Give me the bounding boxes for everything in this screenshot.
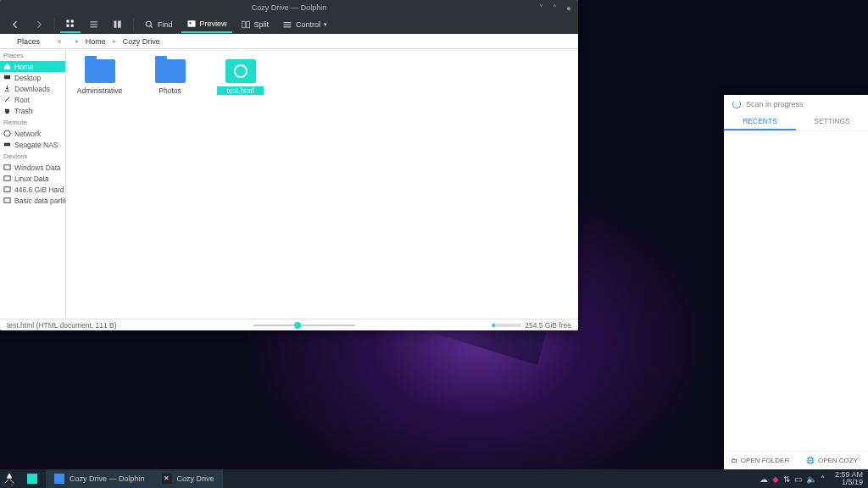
cloud-icon[interactable]: ☁ xyxy=(760,474,768,484)
status-info: test.html (HTML document, 111 B) xyxy=(7,321,117,330)
svg-rect-6 xyxy=(91,26,97,27)
find-button[interactable]: Find xyxy=(139,16,178,33)
back-button[interactable] xyxy=(5,16,25,33)
svg-rect-7 xyxy=(114,21,117,28)
sidebar-item-root[interactable]: Root xyxy=(0,94,65,105)
svg-point-18 xyxy=(4,130,10,136)
control-button[interactable]: Control ▾ xyxy=(277,16,332,33)
compact-view-button[interactable] xyxy=(84,16,104,33)
breadcrumb-home[interactable]: Home xyxy=(82,36,109,47)
disk-free: 254.5 GiB free xyxy=(492,321,571,330)
clock[interactable]: 2:59 AM 1/5/19 xyxy=(830,471,868,486)
clipboard-icon[interactable]: ▭ xyxy=(794,474,802,484)
window-title: Cozy Drive — Dolphin xyxy=(252,3,327,12)
cozy-content xyxy=(724,131,868,451)
volume-icon[interactable]: 🔈 xyxy=(806,474,816,484)
open-cozy-button[interactable]: 🌐 OPEN COZY xyxy=(796,452,868,469)
kde-logo-icon xyxy=(3,473,15,485)
sidebar-item-desktop[interactable]: Desktop xyxy=(0,72,65,83)
list-icon xyxy=(89,19,99,30)
zoom-slider[interactable] xyxy=(117,324,492,326)
section-devices: Devices xyxy=(0,150,65,162)
svg-rect-13 xyxy=(246,21,249,28)
sidebar-item-home[interactable]: Home xyxy=(0,61,65,72)
back-icon xyxy=(10,19,20,30)
tab-settings[interactable]: SETTINGS xyxy=(796,114,868,130)
minimize-icon[interactable]: ˅ xyxy=(539,3,548,12)
folder-icon: 🗀 xyxy=(731,457,737,464)
network-icon[interactable]: ⇅ xyxy=(783,474,790,484)
chevron-right-icon: ▸ xyxy=(75,37,79,45)
cozy-tray-icon[interactable]: ◆ xyxy=(772,474,779,484)
folder-administrative[interactable]: Administrative xyxy=(76,59,123,95)
details-view-button[interactable] xyxy=(108,16,128,33)
svg-rect-0 xyxy=(67,20,70,23)
sidebar-item-linux[interactable]: Linux Data xyxy=(0,173,65,184)
cozy-drive-panel: Scan in progress RECENTS SETTINGS 🗀 OPEN… xyxy=(724,95,868,469)
task-cozy[interactable]: ✕ Cozy Drive xyxy=(153,469,223,488)
status-bar: test.html (HTML document, 111 B) 254.5 G… xyxy=(0,319,578,330)
sidebar-item-downloads[interactable]: Downloads xyxy=(0,83,65,94)
icons-view-button[interactable] xyxy=(60,16,81,33)
svg-rect-10 xyxy=(187,20,195,27)
svg-rect-1 xyxy=(71,20,74,23)
chevron-right-icon: ▸ xyxy=(113,37,116,45)
svg-rect-12 xyxy=(242,21,245,28)
maximize-icon[interactable]: ˄ xyxy=(553,3,561,12)
dolphin-window: Cozy Drive — Dolphin ˅ ˄ ● Find xyxy=(0,0,578,330)
html-file-icon xyxy=(225,59,256,83)
sidebar-item-trash[interactable]: Trash xyxy=(0,105,65,116)
svg-rect-4 xyxy=(91,21,97,22)
svg-rect-14 xyxy=(284,22,292,23)
menu-icon xyxy=(282,19,292,30)
disk-usage-bar xyxy=(492,324,521,327)
svg-rect-15 xyxy=(284,25,292,25)
details-icon xyxy=(113,19,123,30)
search-icon xyxy=(144,19,154,30)
chevron-down-icon: ▾ xyxy=(324,21,327,28)
folder-icon xyxy=(85,59,115,83)
breadcrumb-cozy[interactable]: Cozy Drive xyxy=(120,36,164,47)
open-folder-button[interactable]: 🗀 OPEN FOLDER xyxy=(724,452,796,469)
svg-rect-3 xyxy=(71,25,74,27)
task-dolphin[interactable]: Cozy Drive — Dolphin xyxy=(46,469,153,488)
system-tray[interactable]: ☁ ◆ ⇅ ▭ 🔈 ˄ xyxy=(760,474,830,484)
split-button[interactable]: Split xyxy=(236,16,275,33)
tab-places[interactable]: Places × xyxy=(8,36,70,47)
folder-photos[interactable]: Photos xyxy=(147,59,193,95)
tab-close-icon[interactable]: × xyxy=(58,37,62,46)
svg-rect-17 xyxy=(4,75,10,80)
sidebar-item-partition[interactable]: Basic data partition xyxy=(0,195,65,206)
forward-icon xyxy=(34,19,44,30)
split-icon xyxy=(241,19,251,30)
grid-icon xyxy=(65,19,75,29)
svg-rect-5 xyxy=(91,24,97,25)
svg-rect-20 xyxy=(4,165,10,169)
image-icon xyxy=(186,19,197,29)
cozy-status: Scan in progress xyxy=(724,95,868,114)
spinner-icon xyxy=(732,100,741,108)
file-view[interactable]: Administrative Photos test.html xyxy=(66,49,578,319)
tab-recents[interactable]: RECENTS xyxy=(724,114,796,130)
file-test-html[interactable]: test.html xyxy=(217,59,264,95)
sidebar-item-windows[interactable]: Windows Data xyxy=(0,162,65,173)
svg-rect-23 xyxy=(4,198,10,202)
dolphin-icon xyxy=(54,474,64,484)
task-pinned[interactable] xyxy=(19,469,46,488)
sidebar-item-network[interactable]: Network xyxy=(0,128,65,139)
tab-row: Places × ▸ Home ▸ Cozy Drive xyxy=(0,34,578,49)
preview-button[interactable]: Preview xyxy=(181,16,232,33)
forward-button[interactable] xyxy=(29,16,49,33)
chevron-up-icon[interactable]: ˄ xyxy=(821,474,825,484)
svg-rect-16 xyxy=(284,26,292,27)
sidebar-item-hdd[interactable]: 446.6 GiB Hard Drive xyxy=(0,184,65,195)
svg-rect-19 xyxy=(4,143,10,147)
sidebar-item-seagate[interactable]: Seagate NAS xyxy=(0,139,65,150)
taskbar: Cozy Drive — Dolphin ✕ Cozy Drive ☁ ◆ ⇅ … xyxy=(0,469,868,488)
app-launcher[interactable] xyxy=(0,469,19,488)
close-icon: ✕ xyxy=(162,474,172,484)
svg-rect-22 xyxy=(4,187,10,191)
toolbar: Find Preview Split Control ▾ xyxy=(0,15,578,34)
close-icon[interactable]: ● xyxy=(566,3,575,12)
titlebar[interactable]: Cozy Drive — Dolphin ˅ ˄ ● xyxy=(0,0,578,15)
